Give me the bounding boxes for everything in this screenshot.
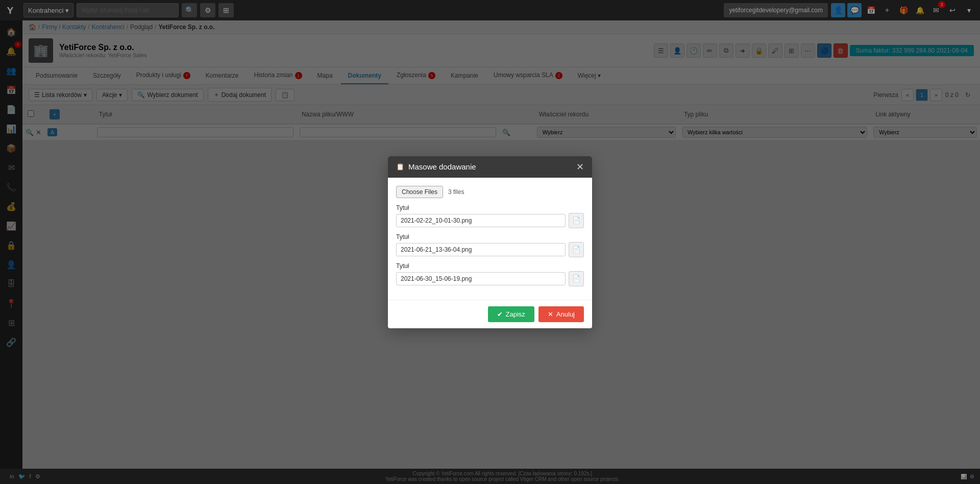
file-label-1: Tytuł <box>396 204 584 211</box>
file-browse-btn-3[interactable]: 📄 <box>569 271 584 286</box>
file-input-row-3: 📄 <box>396 271 584 286</box>
choose-files-button[interactable]: Choose Files <box>396 186 443 198</box>
file-title-input-2[interactable] <box>396 243 566 256</box>
files-count: 3 files <box>448 188 464 196</box>
save-button[interactable]: ✔ Zapisz <box>488 306 534 322</box>
modal-overlay: 📋 Masowe dodawanie ✕ Choose Files 3 file… <box>0 0 980 484</box>
modal-body: Choose Files 3 files Tytuł 📄 Tytuł 📄 <box>388 178 592 300</box>
file-input-row-1: 📄 <box>396 213 584 228</box>
x-icon: ✕ <box>548 310 553 318</box>
cancel-button[interactable]: ✕ Anuluj <box>538 306 584 322</box>
file-title-input-1[interactable] <box>396 214 566 227</box>
file-chooser-row: Choose Files 3 files <box>396 186 584 198</box>
file-input-row-2: 📄 <box>396 242 584 257</box>
file-browse-btn-2[interactable]: 📄 <box>569 242 584 257</box>
checkmark-icon: ✔ <box>497 310 503 318</box>
modal-header: 📋 Masowe dodawanie ✕ <box>388 156 592 178</box>
modal-title: Masowe dodawanie <box>408 162 572 171</box>
file-label-3: Tytuł <box>396 262 584 270</box>
modal-header-icon: 📋 <box>396 163 404 171</box>
modal-footer: ✔ Zapisz ✕ Anuluj <box>388 300 592 328</box>
modal-close-button[interactable]: ✕ <box>576 162 584 172</box>
file-label-2: Tytuł <box>396 233 584 240</box>
file-browse-btn-1[interactable]: 📄 <box>569 213 584 228</box>
file-title-input-3[interactable] <box>396 272 566 285</box>
file-entry-3: Tytuł 📄 <box>396 262 584 286</box>
file-entry-2: Tytuł 📄 <box>396 233 584 257</box>
file-entry-1: Tytuł 📄 <box>396 204 584 228</box>
masowe-dodawanie-modal: 📋 Masowe dodawanie ✕ Choose Files 3 file… <box>388 156 592 328</box>
